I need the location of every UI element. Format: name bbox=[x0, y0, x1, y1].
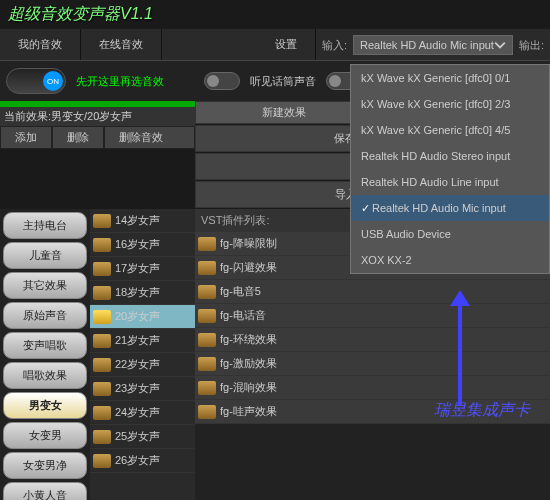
voice-item[interactable]: 20岁女声 bbox=[90, 305, 195, 329]
dropdown-item[interactable]: kX Wave kX Generic [dfc0] 0/1 bbox=[351, 65, 549, 91]
category-item[interactable]: 唱歌效果 bbox=[3, 362, 87, 389]
dropdown-item[interactable]: Realtek HD Audio Stereo input bbox=[351, 143, 549, 169]
dropdown-item[interactable]: Realtek HD Audio Line input bbox=[351, 169, 549, 195]
book-icon bbox=[93, 310, 111, 324]
book-icon bbox=[93, 262, 111, 276]
dropdown-item-label: USB Audio Device bbox=[361, 228, 451, 240]
plugin-item[interactable]: fg-电话音 bbox=[195, 304, 550, 328]
dropdown-item[interactable]: kX Wave kX Generic [dfc0] 4/5 bbox=[351, 117, 549, 143]
dropdown-item-label: Realtek HD Audio Stereo input bbox=[361, 150, 510, 162]
voice-item-label: 26岁女声 bbox=[115, 453, 160, 468]
category-list: 主持电台儿童音其它效果原始声音变声唱歌唱歌效果男变女女变男女变男净小黄人音搞怪效… bbox=[0, 209, 90, 500]
book-icon bbox=[93, 382, 111, 396]
voice-item[interactable]: 14岁女声 bbox=[90, 209, 195, 233]
plugin-item[interactable]: fg-电音5 bbox=[195, 280, 550, 304]
dropdown-item-label: kX Wave kX Generic [dfc0] 4/5 bbox=[361, 124, 510, 136]
category-item[interactable]: 儿童音 bbox=[3, 242, 87, 269]
plugin-icon bbox=[198, 357, 216, 371]
voice-item[interactable]: 26岁女声 bbox=[90, 449, 195, 473]
plugin-item-label: fg-电话音 bbox=[220, 308, 266, 323]
annotation-arrow bbox=[450, 290, 470, 406]
btn-delete[interactable]: 删除 bbox=[52, 126, 104, 149]
category-item[interactable]: 小黄人音 bbox=[3, 482, 87, 500]
category-item[interactable]: 男变女 bbox=[3, 392, 87, 419]
hint-text: 先开这里再选音效 bbox=[76, 74, 164, 89]
dropdown-item-label: kX Wave kX Generic [dfc0] 0/1 bbox=[361, 72, 510, 84]
main-toggle[interactable]: ON bbox=[6, 68, 66, 94]
dropdown-item-label: Realtek HD Audio Mic input bbox=[372, 202, 506, 214]
voice-item-label: 24岁女声 bbox=[115, 405, 160, 420]
dropdown-item[interactable]: kX Wave kX Generic [dfc0] 2/3 bbox=[351, 91, 549, 117]
voice-item[interactable]: 21岁女声 bbox=[90, 329, 195, 353]
small-tabs: 添加 删除 删除音效 bbox=[0, 126, 195, 149]
voice-item-label: 16岁女声 bbox=[115, 237, 160, 252]
dropdown-item[interactable]: USB Audio Device bbox=[351, 221, 549, 247]
category-item[interactable]: 其它效果 bbox=[3, 272, 87, 299]
voice-item-label: 17岁女声 bbox=[115, 261, 160, 276]
book-icon bbox=[93, 286, 111, 300]
voice-item-label: 21岁女声 bbox=[115, 333, 160, 348]
voice-list: 14岁女声16岁女声17岁女声18岁女声20岁女声21岁女声22岁女声23岁女声… bbox=[90, 209, 195, 500]
plugin-icon bbox=[198, 333, 216, 347]
book-icon bbox=[93, 238, 111, 252]
plugin-item-label: fg-闪避效果 bbox=[220, 260, 277, 275]
btn-add[interactable]: 添加 bbox=[0, 126, 52, 149]
voice-item-label: 20岁女声 bbox=[115, 309, 160, 324]
dropdown-item-label: kX Wave kX Generic [dfc0] 2/3 bbox=[361, 98, 510, 110]
voice-item[interactable]: 24岁女声 bbox=[90, 401, 195, 425]
input-device-combo[interactable]: Realtek HD Audio Mic input bbox=[353, 35, 513, 55]
dropdown-item-label: XOX KX-2 bbox=[361, 254, 412, 266]
plugin-item-label: fg-激励效果 bbox=[220, 356, 277, 371]
category-item[interactable]: 原始声音 bbox=[3, 302, 87, 329]
tab-settings[interactable]: 设置 bbox=[257, 29, 316, 60]
book-icon bbox=[93, 358, 111, 372]
plugin-icon bbox=[198, 237, 216, 251]
voice-item[interactable]: 17岁女声 bbox=[90, 257, 195, 281]
tab-online-effects[interactable]: 在线音效 bbox=[81, 29, 162, 60]
dropdown-item-label: Realtek HD Audio Line input bbox=[361, 176, 499, 188]
plugin-item-label: fg-降噪限制 bbox=[220, 236, 277, 251]
category-item[interactable]: 女变男净 bbox=[3, 452, 87, 479]
voice-item[interactable]: 23岁女声 bbox=[90, 377, 195, 401]
voice-item[interactable]: 18岁女声 bbox=[90, 281, 195, 305]
voice-item-label: 23岁女声 bbox=[115, 381, 160, 396]
plugin-icon bbox=[198, 381, 216, 395]
main-tabs: 我的音效 在线音效 设置 输入: Realtek HD Audio Mic in… bbox=[0, 29, 550, 61]
voice-item-label: 25岁女声 bbox=[115, 429, 160, 444]
plugin-icon bbox=[198, 285, 216, 299]
plugin-item[interactable]: fg-环绕效果 bbox=[195, 328, 550, 352]
switch-monitor-label: 听见话筒声音 bbox=[250, 74, 316, 89]
book-icon bbox=[93, 454, 111, 468]
plugin-item[interactable]: fg-激励效果 bbox=[195, 352, 550, 376]
plugin-item[interactable]: fg-混响效果 bbox=[195, 376, 550, 400]
plugin-item-label: fg-环绕效果 bbox=[220, 332, 277, 347]
input-device-value: Realtek HD Audio Mic input bbox=[360, 39, 494, 51]
voice-item[interactable]: 22岁女声 bbox=[90, 353, 195, 377]
category-item[interactable]: 女变男 bbox=[3, 422, 87, 449]
plugin-icon bbox=[198, 261, 216, 275]
app-title: 超级音效变声器V1.1 bbox=[0, 0, 550, 29]
voice-item[interactable]: 25岁女声 bbox=[90, 425, 195, 449]
category-item[interactable]: 主持电台 bbox=[3, 212, 87, 239]
btn-new-effect[interactable]: 新建效果 bbox=[195, 101, 373, 124]
voice-item-label: 22岁女声 bbox=[115, 357, 160, 372]
btn-delete-effect[interactable]: 删除音效 bbox=[104, 126, 195, 149]
input-label: 输入: bbox=[322, 38, 347, 53]
category-item[interactable]: 变声唱歌 bbox=[3, 332, 87, 359]
plugin-item-label: fg-混响效果 bbox=[220, 380, 277, 395]
output-label: 输出: bbox=[519, 38, 544, 53]
current-effect-status: 当前效果:男变女/20岁女声 bbox=[0, 107, 195, 126]
voice-item-label: 18岁女声 bbox=[115, 285, 160, 300]
dropdown-item[interactable]: ✓Realtek HD Audio Mic input bbox=[351, 195, 549, 221]
check-icon: ✓ bbox=[361, 202, 370, 214]
tab-my-effects[interactable]: 我的音效 bbox=[0, 29, 81, 60]
book-icon bbox=[93, 406, 111, 420]
switch-monitor[interactable] bbox=[204, 72, 240, 90]
voice-item[interactable]: 16岁女声 bbox=[90, 233, 195, 257]
chevron-down-icon bbox=[494, 39, 506, 51]
plugin-item-label: fg-电音5 bbox=[220, 284, 261, 299]
dropdown-item[interactable]: XOX KX-2 bbox=[351, 247, 549, 273]
plugin-icon bbox=[198, 309, 216, 323]
book-icon bbox=[93, 214, 111, 228]
book-icon bbox=[93, 430, 111, 444]
